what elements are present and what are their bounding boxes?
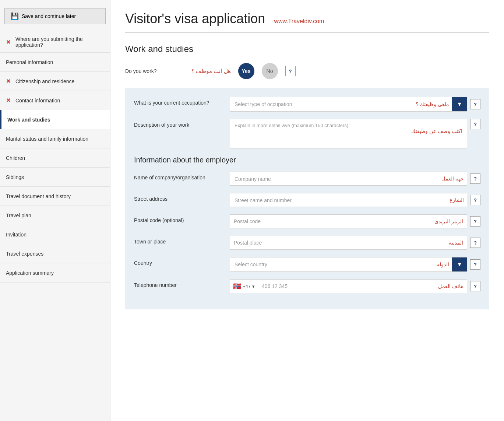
sidebar-item-work-studies[interactable]: Work and studies [0, 110, 110, 129]
flag-code[interactable]: 🇳🇴 +47 ▾ [230, 282, 258, 290]
sidebar-item-label: Travel expenses [6, 251, 43, 257]
occupation-input-wrapper: Select type of occupation ماهي وظيفتك ؟ … [230, 97, 480, 112]
website-link[interactable]: www.Traveldiv.com [274, 18, 324, 25]
town-label: Town or place [134, 236, 222, 245]
sidebar-item-citizenship-residence[interactable]: ✕ Citizenship and residence [0, 72, 110, 91]
sidebar-item-label: Siblings [6, 174, 24, 180]
employer-section-title: Information about the employer [134, 156, 480, 164]
street-address-field[interactable]: Street name and number الشارع [230, 193, 467, 207]
street-address-placeholder-en: Street name and number [230, 193, 447, 207]
town-row: Town or place Postal place المدينة ? [134, 236, 480, 250]
sidebar-item-label: Invitation [6, 232, 27, 238]
street-address-help-button[interactable]: ? [470, 195, 480, 205]
do-you-work-label: Do you work? [125, 68, 184, 74]
sidebar-item-where-submitting[interactable]: ✕ Where are you submitting the applicati… [0, 32, 110, 53]
save-continue-button[interactable]: 💾 Save and continue later [4, 8, 106, 24]
town-help-button[interactable]: ? [470, 238, 480, 248]
country-placeholder-en: Select country [230, 257, 434, 271]
country-code: +47 [243, 284, 251, 289]
company-name-placeholder-ar: جهة العمل [438, 172, 467, 185]
telephone-row: Telephone number 🇳🇴 +47 ▾ 406 12 345 هات… [134, 279, 480, 293]
country-help-button[interactable]: ? [470, 259, 480, 270]
sidebar-item-travel-expenses[interactable]: Travel expenses [0, 244, 110, 263]
country-placeholder-ar: الدولة [434, 257, 452, 271]
sidebar-item-siblings[interactable]: Siblings [0, 168, 110, 187]
postal-code-row: Postal code (optional) Postal code الرمز… [134, 214, 480, 228]
description-help-button[interactable]: ? [470, 119, 480, 129]
page-title: Visitor's visa application [125, 11, 265, 27]
sidebar-item-label: Contact information [15, 98, 60, 104]
sidebar-item-invitation[interactable]: Invitation [0, 225, 110, 244]
sidebar-item-label: Children [6, 155, 25, 161]
town-input-wrapper: Postal place المدينة ? [230, 236, 480, 250]
street-address-label: Street address [134, 193, 222, 202]
do-you-work-arabic: هل انت موظف ؟ [191, 68, 231, 74]
company-name-field[interactable]: Company name جهة العمل [230, 172, 467, 186]
telephone-help-button[interactable]: ? [470, 281, 480, 291]
do-you-work-help-button[interactable]: ? [285, 66, 296, 76]
street-address-input-wrapper: Street name and number الشارع ? [230, 193, 480, 207]
town-placeholder-en: Postal place [230, 240, 445, 246]
norway-flag-icon: 🇳🇴 [233, 282, 241, 290]
form-section: What is your current occupation? Select … [125, 88, 489, 309]
occupation-dropdown-btn[interactable]: ▼ [452, 97, 467, 111]
sidebar: 💾 Save and continue later ✕ Where are yo… [0, 0, 110, 421]
do-you-work-row: Do you work? هل انت موظف ؟ Yes No ? [125, 63, 489, 79]
description-placeholder-en: Explain in more detail wve (maximum 150 … [235, 123, 348, 128]
company-name-row: Name of company/organisation Company nam… [134, 172, 480, 186]
sidebar-item-label: Citizenship and residence [15, 78, 74, 84]
dropdown-arrow-icon[interactable]: ▾ [252, 284, 255, 289]
telephone-number: 406 12 345 [258, 283, 434, 289]
sidebar-item-travel-document[interactable]: Travel document and history [0, 187, 110, 206]
no-button[interactable]: No [262, 63, 278, 79]
country-input-wrapper: Select country الدولة ▼ ? [230, 257, 480, 272]
occupation-label: What is your current occupation? [134, 97, 222, 106]
occupation-row: What is your current occupation? Select … [134, 97, 480, 112]
company-name-label: Name of company/organisation [134, 172, 222, 180]
occupation-help-button[interactable]: ? [470, 99, 480, 109]
save-button-label: Save and continue later [22, 13, 76, 19]
postal-code-label: Postal code (optional) [134, 214, 222, 223]
sidebar-item-label: Marital status and family information [6, 136, 88, 142]
postal-code-placeholder-ar: الرمز البريدي [431, 218, 467, 224]
country-dropdown-btn[interactable]: ▼ [452, 257, 467, 271]
postal-code-field[interactable]: Postal code الرمز البريدي [230, 214, 467, 228]
street-address-row: Street address Street name and number ال… [134, 193, 480, 207]
telephone-field[interactable]: 🇳🇴 +47 ▾ 406 12 345 هاتف العمل [230, 279, 467, 293]
postal-code-placeholder-en: Postal code [230, 218, 431, 224]
telephone-label: Telephone number [134, 279, 222, 288]
company-name-input-wrapper: Company name جهة العمل ? [230, 172, 480, 186]
section-title: Work and studies [125, 44, 489, 54]
sidebar-item-personal-information[interactable]: Personal information [0, 53, 110, 72]
error-icon: ✕ [6, 97, 12, 104]
sidebar-item-label: Work and studies [7, 117, 50, 123]
country-row: Country Select country الدولة ▼ ? [134, 257, 480, 272]
country-select[interactable]: Select country الدولة ▼ [230, 257, 467, 272]
town-placeholder-ar: المدينة [445, 240, 467, 246]
occupation-select[interactable]: Select type of occupation ماهي وظيفتك ؟ … [230, 97, 467, 112]
page-header: Visitor's visa application www.Traveldiv… [125, 11, 489, 33]
save-icon: 💾 [11, 12, 19, 20]
description-placeholder-en2: ve (maximum 150 characters) [285, 123, 348, 128]
sidebar-item-label: Personal information [6, 59, 53, 65]
main-content: Visitor's visa application www.Traveldiv… [110, 0, 504, 421]
sidebar-item-contact-information[interactable]: ✕ Contact information [0, 91, 110, 110]
postal-code-input-wrapper: Postal code الرمز البريدي ? [230, 214, 480, 228]
yes-button[interactable]: Yes [238, 63, 254, 79]
sidebar-item-application-summary[interactable]: Application summary [0, 263, 110, 283]
postal-code-help-button[interactable]: ? [470, 216, 480, 227]
description-placeholder-ar: اكتب وصف عن وظيفتك [235, 128, 462, 134]
sidebar-item-travel-plan[interactable]: Travel plan [0, 206, 110, 225]
company-name-help-button[interactable]: ? [470, 173, 480, 184]
sidebar-item-marital-status[interactable]: Marital status and family information [0, 129, 110, 148]
town-field[interactable]: Postal place المدينة [230, 236, 467, 250]
telephone-arabic: هاتف العمل [434, 283, 467, 289]
sidebar-item-label: Where are you submitting the application… [15, 36, 104, 48]
sidebar-item-label: Application summary [6, 270, 54, 276]
description-label: Description of your work [134, 119, 222, 128]
description-textarea[interactable]: Explain in more detail wve (maximum 150 … [230, 119, 467, 148]
sidebar-item-children[interactable]: Children [0, 148, 110, 168]
telephone-input-wrapper: 🇳🇴 +47 ▾ 406 12 345 هاتف العمل ? [230, 279, 480, 293]
error-icon: ✕ [6, 39, 12, 46]
description-row: Description of your work Explain in more… [134, 119, 480, 148]
